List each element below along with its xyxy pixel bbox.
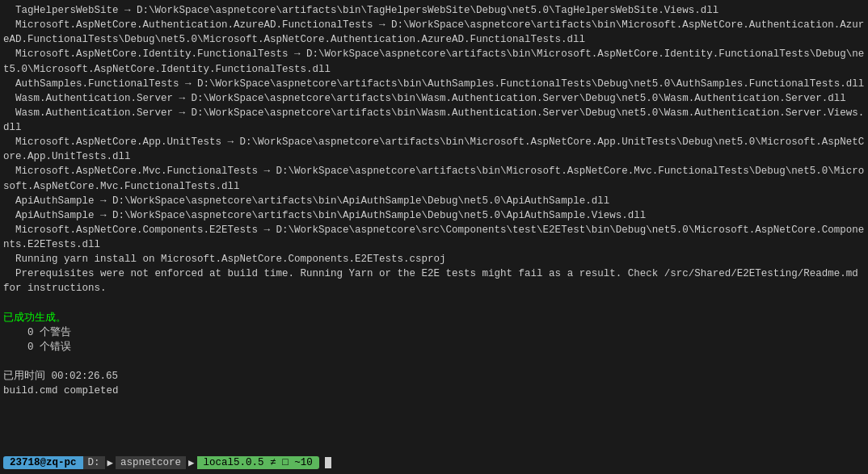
prompt-arrow2: ▶: [186, 455, 197, 470]
blank-line: [3, 354, 865, 369]
output-line: Microsoft.AspNetCore.App.UnitTests → D:\…: [3, 135, 865, 164]
output-line: 已用时间 00:02:26.65: [3, 369, 865, 384]
output-line: build.cmd completed: [3, 384, 865, 398]
prompt-dir: aspnetcore: [116, 456, 186, 469]
output-line: Microsoft.AspNetCore.Authentication.Azur…: [3, 18, 865, 47]
output-line: TagHelpersWebSite → D:\WorkSpace\aspnetc…: [3, 3, 865, 18]
terminal: TagHelpersWebSite → D:\WorkSpace\aspnetc…: [0, 0, 868, 474]
prompt-bar[interactable]: 23718@zq-pc D: ▶ aspnetcore ▶ local5.0.5…: [0, 451, 868, 474]
output-line: ApiAuthSample → D:\WorkSpace\aspnetcore\…: [3, 208, 865, 223]
prompt-input[interactable]: [324, 457, 331, 468]
blank-line: [3, 296, 865, 311]
prompt-arrow1: ▶: [105, 455, 116, 470]
output-line: Wasm.Authentication.Server → D:\WorkSpac…: [3, 106, 865, 135]
output-line: Prerequisites were not enforced at build…: [3, 266, 865, 296]
prompt-drive: D:: [83, 456, 105, 469]
cursor: [325, 457, 331, 468]
output-line: ApiAuthSample → D:\WorkSpace\aspnetcore\…: [3, 194, 865, 208]
output-line: Microsoft.AspNetCore.Mvc.FunctionalTests…: [3, 164, 865, 193]
output-line: 已成功生成。: [3, 311, 865, 325]
output-line: AuthSamples.FunctionalTests → D:\WorkSpa…: [3, 77, 865, 91]
output-line: Wasm.Authentication.Server → D:\WorkSpac…: [3, 91, 865, 106]
output-line: Microsoft.AspNetCore.Identity.Functional…: [3, 47, 865, 76]
output-line: Microsoft.AspNetCore.Components.E2ETests…: [3, 223, 865, 252]
output-line: Running yarn install on Microsoft.AspNet…: [3, 252, 865, 266]
prompt-git: local5.0.5 ≠ □ ~10: [197, 456, 319, 469]
output-area: TagHelpersWebSite → D:\WorkSpace\aspnetc…: [0, 0, 868, 451]
output-line: 0 个警告: [3, 325, 865, 340]
prompt-user: 23718@zq-pc: [3, 456, 83, 469]
output-line: 0 个错误: [3, 340, 865, 354]
